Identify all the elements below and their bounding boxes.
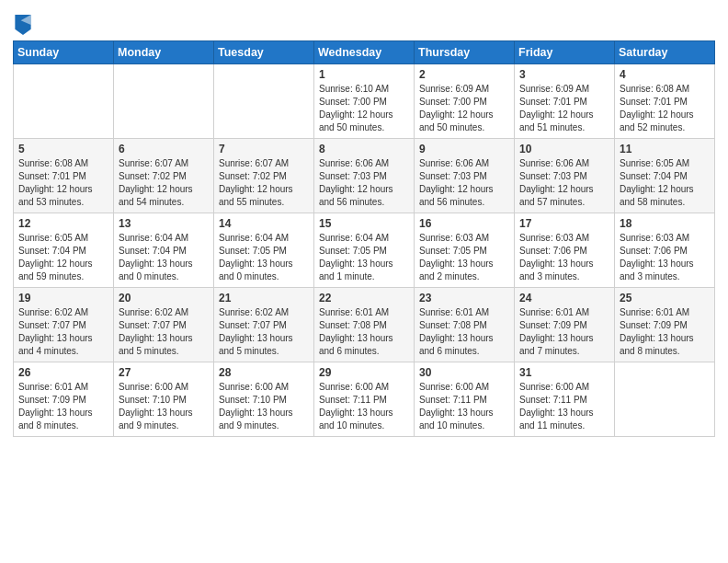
day-info: Sunrise: 6:09 AMSunset: 7:00 PMDaylight:…	[419, 83, 509, 134]
day-cell: 17Sunrise: 6:03 AMSunset: 7:06 PMDayligh…	[515, 213, 615, 288]
day-cell: 16Sunrise: 6:03 AMSunset: 7:05 PMDayligh…	[415, 213, 515, 288]
day-number: 12	[18, 217, 108, 230]
day-info: Sunrise: 6:01 AMSunset: 7:09 PMDaylight:…	[519, 306, 609, 358]
day-cell: 21Sunrise: 6:02 AMSunset: 7:07 PMDayligh…	[214, 288, 314, 362]
col-header-friday: Friday	[515, 41, 615, 64]
day-cell: 19Sunrise: 6:02 AMSunset: 7:07 PMDayligh…	[14, 288, 114, 362]
day-cell: 4Sunrise: 6:08 AMSunset: 7:01 PMDaylight…	[615, 64, 715, 139]
day-cell: 18Sunrise: 6:03 AMSunset: 7:06 PMDayligh…	[615, 213, 715, 288]
day-info: Sunrise: 6:06 AMSunset: 7:03 PMDaylight:…	[319, 157, 409, 209]
day-cell: 15Sunrise: 6:04 AMSunset: 7:05 PMDayligh…	[314, 213, 415, 288]
day-number: 17	[519, 217, 609, 230]
day-info: Sunrise: 6:05 AMSunset: 7:04 PMDaylight:…	[18, 232, 108, 283]
day-info: Sunrise: 6:05 AMSunset: 7:04 PMDaylight:…	[620, 157, 710, 209]
day-info: Sunrise: 6:09 AMSunset: 7:01 PMDaylight:…	[519, 83, 609, 134]
day-cell: 11Sunrise: 6:05 AMSunset: 7:04 PMDayligh…	[615, 139, 715, 213]
day-number: 8	[319, 143, 409, 155]
day-info: Sunrise: 6:01 AMSunset: 7:09 PMDaylight:…	[18, 381, 108, 432]
day-cell: 6Sunrise: 6:07 AMSunset: 7:02 PMDaylight…	[114, 139, 214, 213]
day-cell: 13Sunrise: 6:04 AMSunset: 7:04 PMDayligh…	[114, 213, 214, 288]
day-number: 3	[519, 68, 609, 81]
col-header-thursday: Thursday	[415, 41, 515, 64]
day-number: 25	[620, 292, 710, 304]
day-number: 13	[119, 217, 209, 230]
day-info: Sunrise: 6:00 AMSunset: 7:10 PMDaylight:…	[119, 381, 209, 432]
day-info: Sunrise: 6:00 AMSunset: 7:11 PMDaylight:…	[319, 381, 409, 432]
day-cell: 28Sunrise: 6:00 AMSunset: 7:10 PMDayligh…	[214, 362, 314, 437]
day-cell: 12Sunrise: 6:05 AMSunset: 7:04 PMDayligh…	[14, 213, 114, 288]
page: SundayMondayTuesdayWednesdayThursdayFrid…	[0, 0, 728, 563]
day-cell	[114, 64, 214, 139]
day-number: 16	[419, 217, 509, 230]
day-number: 11	[620, 143, 710, 155]
day-number: 7	[219, 143, 309, 155]
day-info: Sunrise: 6:04 AMSunset: 7:05 PMDaylight:…	[219, 232, 309, 283]
day-number: 5	[18, 143, 108, 155]
day-cell	[615, 362, 715, 437]
week-row-1: 1Sunrise: 6:10 AMSunset: 7:00 PMDaylight…	[14, 64, 715, 139]
day-cell: 7Sunrise: 6:07 AMSunset: 7:02 PMDaylight…	[214, 139, 314, 213]
day-cell: 3Sunrise: 6:09 AMSunset: 7:01 PMDaylight…	[515, 64, 615, 139]
col-header-sunday: Sunday	[14, 41, 114, 64]
day-cell: 10Sunrise: 6:06 AMSunset: 7:03 PMDayligh…	[515, 139, 615, 213]
day-info: Sunrise: 6:07 AMSunset: 7:02 PMDaylight:…	[219, 157, 309, 209]
day-cell: 26Sunrise: 6:01 AMSunset: 7:09 PMDayligh…	[14, 362, 114, 437]
day-number: 15	[319, 217, 409, 230]
day-number: 14	[219, 217, 309, 230]
day-cell: 20Sunrise: 6:02 AMSunset: 7:07 PMDayligh…	[114, 288, 214, 362]
day-info: Sunrise: 6:01 AMSunset: 7:08 PMDaylight:…	[319, 306, 409, 358]
logo-icon	[15, 15, 31, 35]
day-cell	[214, 64, 314, 139]
day-number: 31	[519, 366, 609, 379]
day-info: Sunrise: 6:02 AMSunset: 7:07 PMDaylight:…	[219, 306, 309, 358]
day-cell: 29Sunrise: 6:00 AMSunset: 7:11 PMDayligh…	[314, 362, 415, 437]
calendar-table: SundayMondayTuesdayWednesdayThursdayFrid…	[13, 40, 715, 437]
day-number: 30	[419, 366, 509, 379]
day-info: Sunrise: 6:03 AMSunset: 7:06 PMDaylight:…	[519, 232, 609, 283]
week-row-3: 12Sunrise: 6:05 AMSunset: 7:04 PMDayligh…	[14, 213, 715, 288]
day-number: 19	[18, 292, 108, 304]
day-number: 20	[119, 292, 209, 304]
day-cell: 27Sunrise: 6:00 AMSunset: 7:10 PMDayligh…	[114, 362, 214, 437]
day-cell: 14Sunrise: 6:04 AMSunset: 7:05 PMDayligh…	[214, 213, 314, 288]
col-header-tuesday: Tuesday	[214, 41, 314, 64]
day-number: 10	[519, 143, 609, 155]
day-info: Sunrise: 6:06 AMSunset: 7:03 PMDaylight:…	[519, 157, 609, 209]
day-cell: 30Sunrise: 6:00 AMSunset: 7:11 PMDayligh…	[415, 362, 515, 437]
day-number: 26	[18, 366, 108, 379]
day-cell: 1Sunrise: 6:10 AMSunset: 7:00 PMDaylight…	[314, 64, 415, 139]
day-number: 27	[119, 366, 209, 379]
day-info: Sunrise: 6:08 AMSunset: 7:01 PMDaylight:…	[620, 83, 710, 134]
day-number: 24	[519, 292, 609, 304]
day-info: Sunrise: 6:01 AMSunset: 7:09 PMDaylight:…	[620, 306, 710, 358]
day-cell: 22Sunrise: 6:01 AMSunset: 7:08 PMDayligh…	[314, 288, 415, 362]
day-info: Sunrise: 6:00 AMSunset: 7:11 PMDaylight:…	[419, 381, 509, 432]
day-cell: 2Sunrise: 6:09 AMSunset: 7:00 PMDaylight…	[415, 64, 515, 139]
day-info: Sunrise: 6:07 AMSunset: 7:02 PMDaylight:…	[119, 157, 209, 209]
day-cell: 8Sunrise: 6:06 AMSunset: 7:03 PMDaylight…	[314, 139, 415, 213]
header	[13, 9, 715, 35]
day-number: 23	[419, 292, 509, 304]
day-number: 21	[219, 292, 309, 304]
col-header-saturday: Saturday	[615, 41, 715, 64]
day-info: Sunrise: 6:10 AMSunset: 7:00 PMDaylight:…	[319, 83, 409, 134]
week-row-5: 26Sunrise: 6:01 AMSunset: 7:09 PMDayligh…	[14, 362, 715, 437]
col-header-wednesday: Wednesday	[314, 41, 415, 64]
day-info: Sunrise: 6:08 AMSunset: 7:01 PMDaylight:…	[18, 157, 108, 209]
day-info: Sunrise: 6:06 AMSunset: 7:03 PMDaylight:…	[419, 157, 509, 209]
day-number: 9	[419, 143, 509, 155]
logo	[13, 13, 31, 35]
day-cell: 24Sunrise: 6:01 AMSunset: 7:09 PMDayligh…	[515, 288, 615, 362]
day-cell: 5Sunrise: 6:08 AMSunset: 7:01 PMDaylight…	[14, 139, 114, 213]
day-info: Sunrise: 6:01 AMSunset: 7:08 PMDaylight:…	[419, 306, 509, 358]
day-info: Sunrise: 6:03 AMSunset: 7:06 PMDaylight:…	[620, 232, 710, 283]
day-info: Sunrise: 6:04 AMSunset: 7:04 PMDaylight:…	[119, 232, 209, 283]
day-number: 29	[319, 366, 409, 379]
day-cell: 9Sunrise: 6:06 AMSunset: 7:03 PMDaylight…	[415, 139, 515, 213]
day-number: 2	[419, 68, 509, 81]
day-info: Sunrise: 6:00 AMSunset: 7:10 PMDaylight:…	[219, 381, 309, 432]
day-number: 4	[620, 68, 710, 81]
day-cell: 25Sunrise: 6:01 AMSunset: 7:09 PMDayligh…	[615, 288, 715, 362]
day-number: 18	[620, 217, 710, 230]
day-info: Sunrise: 6:02 AMSunset: 7:07 PMDaylight:…	[18, 306, 108, 358]
